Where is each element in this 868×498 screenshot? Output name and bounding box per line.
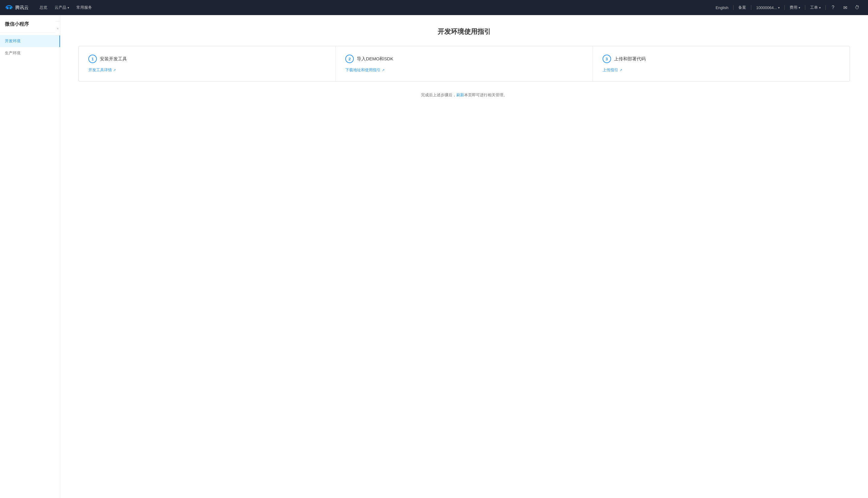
svg-point-1 [6, 7, 9, 9]
step-2-link[interactable]: 下载地址和使用指引 ↗ [345, 67, 384, 73]
nav-right-area: English 备案 10000064... ▾ 费用 ▾ 工单 ▾ ? ✉ ⏱ [712, 0, 863, 15]
steps-card: 1 安装开发工具 开发工具详情 ↗ 2 导入DEMO和SDK 下载地址和使用指引… [78, 46, 850, 81]
external-link-icon-1: ↗ [113, 68, 116, 72]
step-1-title: 安装开发工具 [100, 56, 127, 62]
step-2-header: 2 导入DEMO和SDK [345, 55, 583, 63]
step-3-link[interactable]: 上传指引 ↗ [602, 67, 622, 73]
step-1-link[interactable]: 开发工具详情 ↗ [89, 67, 116, 73]
svg-point-2 [10, 7, 12, 9]
step-1-number: 1 [89, 55, 97, 63]
nav-item-ticket[interactable]: 工单 ▾ [806, 0, 824, 15]
collapse-icon: « [57, 27, 59, 30]
help-icon: ? [832, 5, 835, 10]
sidebar-title: 微信小程序 [0, 15, 60, 32]
external-link-icon-3: ↗ [620, 68, 622, 72]
page-title: 开发环境使用指引 [78, 27, 850, 36]
nav-divider-1 [733, 5, 733, 10]
step-3-header: 3 上传和部署代码 [602, 55, 840, 63]
tencent-cloud-logo-icon [5, 4, 13, 11]
sidebar-collapse-button[interactable]: « [55, 21, 60, 36]
page-layout: 微信小程序 « 开发环境 生产环境 开发环境使用指引 1 安装开发工具 开发 [0, 15, 868, 498]
step-2-title: 导入DEMO和SDK [357, 56, 393, 62]
refresh-link[interactable]: 刷新 [456, 93, 464, 97]
step-3: 3 上传和部署代码 上传指引 ↗ [593, 46, 850, 81]
clock-button[interactable]: ⏱ [851, 0, 863, 15]
help-button[interactable]: ? [827, 0, 839, 15]
nav-item-services[interactable]: 常用服务 [73, 0, 96, 15]
nav-item-products[interactable]: 云产品 ▾ [51, 0, 73, 15]
nav-item-account[interactable]: 10000064... ▾ [752, 0, 783, 15]
top-navigation: 腾讯云 总览 云产品 ▾ 常用服务 English 备案 10000064...… [0, 0, 868, 15]
sidebar-menu: 开发环境 生产环境 [0, 32, 60, 62]
external-link-icon-2: ↗ [382, 68, 384, 72]
main-content: 开发环境使用指引 1 安装开发工具 开发工具详情 ↗ 2 导入DEMO和SDK [60, 15, 868, 498]
step-3-number: 3 [602, 55, 611, 63]
sidebar-item-dev-env[interactable]: 开发环境 [0, 35, 60, 47]
mail-button[interactable]: ✉ [839, 0, 851, 15]
nav-item-overview[interactable]: 总览 [36, 0, 51, 15]
account-chevron-icon: ▾ [778, 6, 779, 9]
mail-icon: ✉ [843, 5, 847, 11]
nav-item-beian[interactable]: 备案 [735, 0, 750, 15]
footer-note: 完成后上述步骤后，刷新本页即可进行相关管理。 [78, 92, 850, 98]
step-2-number: 2 [345, 55, 354, 63]
ticket-chevron-icon: ▾ [819, 6, 820, 9]
clock-icon: ⏱ [855, 5, 859, 10]
logo-text: 腾讯云 [15, 5, 29, 11]
step-1: 1 安装开发工具 开发工具详情 ↗ [79, 46, 336, 81]
step-2: 2 导入DEMO和SDK 下载地址和使用指引 ↗ [336, 46, 593, 81]
nav-item-billing[interactable]: 费用 ▾ [786, 0, 804, 15]
logo[interactable]: 腾讯云 [5, 4, 29, 11]
nav-item-english[interactable]: English [712, 0, 732, 15]
chevron-down-icon: ▾ [68, 6, 69, 9]
sidebar: 微信小程序 « 开发环境 生产环境 [0, 15, 60, 498]
billing-chevron-icon: ▾ [799, 6, 800, 9]
sidebar-item-prod-env[interactable]: 生产环境 [0, 47, 60, 59]
step-1-header: 1 安装开发工具 [89, 55, 326, 63]
step-3-title: 上传和部署代码 [614, 56, 646, 62]
